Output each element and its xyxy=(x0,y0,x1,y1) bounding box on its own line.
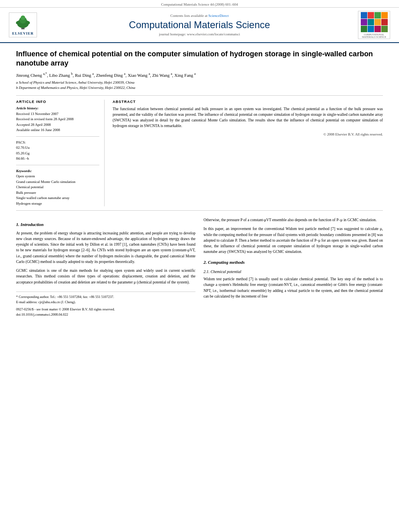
abstract-panel: ABSTRACT The functional relation between… xyxy=(113,100,383,207)
received-revised: Received in revised form 28 April 2008 xyxy=(16,117,99,122)
elsevier-tree-icon xyxy=(11,14,35,31)
pacs-1: 02.70.Uu xyxy=(16,145,99,151)
authors: Jinrong Cheng a,*, Libo Zhang b, Rui Din… xyxy=(16,72,383,78)
kw-1: Open system xyxy=(16,174,99,179)
kw-3: Chemical potential xyxy=(16,185,99,190)
elsevier-logo: ELSEVIER xyxy=(5,11,41,39)
footnote-copyright: 0927-0256/$ - see front matter © 2008 El… xyxy=(16,307,195,312)
affiliation-a: a School of Physics and Material Science… xyxy=(16,80,383,85)
elsevier-label: ELSEVIER xyxy=(12,31,34,35)
section-1-heading: 1. Introduction xyxy=(16,221,195,228)
cover-art: COMPUTATIONALMATERIALS SCIENCE xyxy=(361,12,388,38)
sciencedirect-link[interactable]: ScienceDirect xyxy=(208,14,228,18)
section-1-right-para-2: In this paper, an improvement for the co… xyxy=(204,226,383,255)
article-body: Influence of chemical potential on the c… xyxy=(0,43,399,324)
affiliation-b: b Department of Mathematics and Physics,… xyxy=(16,85,383,90)
footnote-area: * Corresponding author. Tel.: +86 551 51… xyxy=(16,292,195,317)
section-2-subheading: 2.1. Chemical potential xyxy=(204,269,383,275)
journal-homepage: journal homepage: www.elsevier.com/locat… xyxy=(159,32,240,36)
available-online: Available online 16 June 2008 xyxy=(16,127,99,133)
abstract-text: The functional relation between chemical… xyxy=(113,106,383,129)
journal-reference-bar: Computational Materials Science 44 (2008… xyxy=(0,0,399,8)
section-2-heading: 2. Computing methods xyxy=(204,259,383,266)
section-1-right-para-1: Otherwise, the pressure P of a constant-… xyxy=(204,217,383,223)
footnote-email: E-mail address: cjr@ahu.edu.cn (J. Cheng… xyxy=(16,300,195,305)
article-info-abstract-section: ARTICLE INFO Article history: Received 1… xyxy=(16,95,383,211)
journal-center: Contents lists available at ScienceDirec… xyxy=(45,11,354,39)
kw-5: Single-walled carbon nanotube array xyxy=(16,195,99,201)
abstract-title: ABSTRACT xyxy=(113,100,383,104)
sciencedirect-line: Contents lists available at ScienceDirec… xyxy=(171,14,229,18)
kw-2: Grand canonical Monte Carlo simulation xyxy=(16,179,99,185)
keywords-label: Keywords: xyxy=(16,168,99,174)
pacs-label: PACS: xyxy=(16,140,99,146)
affiliations: a School of Physics and Material Science… xyxy=(16,80,383,90)
journal-cover-image: COMPUTATIONALMATERIALS SCIENCE xyxy=(358,11,390,39)
journal-logo-right: COMPUTATIONALMATERIALS SCIENCE xyxy=(358,11,394,39)
main-content: 1. Introduction At present, the problem … xyxy=(16,217,383,317)
footnote-doi: doi:10.1016/j.commatsci.2008.04.022 xyxy=(16,312,195,317)
info-divider-2 xyxy=(16,165,99,165)
pacs-2: 05.20.Gg xyxy=(16,151,99,156)
journal-title: Computational Materials Science xyxy=(129,19,270,31)
section-2-para-1: Widom test particle method [7] is usuall… xyxy=(204,276,383,299)
kw-6: Hydrogen storage xyxy=(16,201,99,207)
main-col-left: 1. Introduction At present, the problem … xyxy=(16,217,195,317)
section-1-para-1: At present, the problem of energy shorta… xyxy=(16,230,195,265)
footnote-corresponding: * Corresponding author. Tel.: +86 551 51… xyxy=(16,294,195,300)
article-info-panel: ARTICLE INFO Article history: Received 1… xyxy=(16,100,105,207)
received-1: Received 13 November 2007 xyxy=(16,111,99,117)
main-col-right: Otherwise, the pressure P of a constant-… xyxy=(204,217,383,317)
history-label: Article history: xyxy=(16,106,99,110)
info-divider-1 xyxy=(16,136,99,137)
journal-ref: Computational Materials Science 44 (2008… xyxy=(161,2,238,6)
copyright-line: © 2008 Elsevier B.V. All rights reserved… xyxy=(113,132,383,136)
pacs-3: 84.60.−h xyxy=(16,156,99,162)
article-info-title: ARTICLE INFO xyxy=(16,100,99,104)
article-title: Influence of chemical potential on the c… xyxy=(16,49,383,68)
authors-text: Jinrong Cheng a,*, Libo Zhang b, Rui Din… xyxy=(16,73,196,78)
kw-4: Bulk pressure xyxy=(16,190,99,196)
svg-point-3 xyxy=(21,15,25,20)
accepted: Accepted 28 April 2008 xyxy=(16,122,99,128)
page: Computational Materials Science 44 (2008… xyxy=(0,0,399,532)
section-1-para-2: GCMC simulation is one of the main metho… xyxy=(16,268,195,285)
journal-header: ELSEVIER Contents lists available at Sci… xyxy=(0,8,399,43)
